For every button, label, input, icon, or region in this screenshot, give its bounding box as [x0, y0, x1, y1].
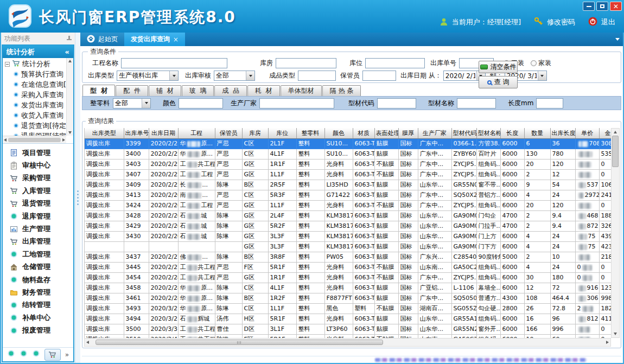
keeper-input[interactable]: [362, 71, 396, 81]
tree-item[interactable]: 收货入库查询: [5, 110, 66, 120]
table-row[interactable]: 调拨出库34452020/2/27工共工程严思F区5R1F整料光身料6063-T…: [85, 262, 611, 272]
tree-item[interactable]: 发货出库查询: [5, 100, 66, 110]
length-input[interactable]: [536, 98, 563, 108]
sidebar-menu-item[interactable]: 出库管理: [3, 235, 73, 248]
project-name-input[interactable]: [121, 58, 227, 68]
audit-select[interactable]: 全部: [214, 71, 255, 81]
whole-part-select[interactable]: 全部: [113, 98, 151, 108]
tree-item[interactable]: 退库管理[待定]: [5, 131, 66, 136]
material-tab-1[interactable]: 型 材: [82, 85, 115, 96]
minimize-button[interactable]: [583, 2, 595, 11]
table-row[interactable]: 调拨出库34292020/2/26石城陈琳G区5R2F整料KLM38176063…: [85, 221, 611, 231]
sidebar-menu-item[interactable]: 采购管理: [3, 172, 73, 184]
sidebar-menu-item[interactable]: 退库管理: [3, 210, 73, 222]
column-header[interactable]: 出库日期: [149, 128, 178, 138]
close-button[interactable]: ✕: [610, 2, 622, 11]
toolbar-cart-button[interactable]: [44, 349, 61, 361]
material-tab-8[interactable]: 隔 热 条: [322, 85, 361, 96]
material-tab-2[interactable]: 配 件: [116, 85, 148, 96]
table-row[interactable]: 调拨出库34942020/3/2石辉城汤伟H区5R1F整料光身料6063-T5贴…: [85, 314, 611, 324]
tree-vertical-scrollbar[interactable]: [66, 58, 73, 136]
sidebar-menu-item[interactable]: 报废管理: [3, 324, 73, 336]
sidebar-menu-item[interactable]: 财务管理: [3, 286, 73, 298]
toolbar-dot-icon[interactable]: [20, 349, 28, 360]
clear-conditions-button[interactable]: 清空条件: [479, 61, 518, 73]
column-header[interactable]: 数量: [524, 128, 550, 138]
table-row[interactable]: 调拨出库34932020/3/2华原...陈琳C区1L1F整料黑色塑料不贴膜国标…: [85, 303, 611, 314]
table-row[interactable]: 调拨出库34092020/2/25长...陈琳B区2R5F整料LI35HD606…: [85, 180, 611, 190]
column-header[interactable]: 出库单号: [124, 128, 149, 138]
toolbar-dot-icon[interactable]: [32, 349, 40, 360]
sidebar-menu-item[interactable]: 仓储管理: [3, 261, 73, 273]
location-input[interactable]: [365, 58, 425, 68]
column-header[interactable]: 长度: [500, 128, 524, 138]
column-header[interactable]: 库房: [242, 128, 268, 138]
table-row[interactable]: 调拨出库34372020/2/27佛...陈琳B区3R8F整料PW056063-…: [85, 252, 611, 262]
profile-name-input[interactable]: [457, 98, 496, 108]
table-row[interactable]: 调拨出库34072020/2/25工工程严思G区1L1F整料光身料6063-T5…: [85, 169, 611, 180]
logout-link[interactable]: 退出: [601, 17, 615, 27]
table-row[interactable]: G区3L3F整料KLM38176063-T5贴膜国标山东华...GA90M09.…: [85, 241, 611, 252]
table-horizontal-scrollbar[interactable]: [84, 338, 611, 347]
tab-shipping-outbound-query[interactable]: 发货出库查询 ×: [124, 33, 185, 46]
material-tab-6[interactable]: 耗 材: [247, 85, 280, 96]
sidebar-splitter[interactable]: [75, 33, 80, 363]
tree-horizontal-scrollbar[interactable]: [3, 136, 66, 143]
tab-close-icon[interactable]: ×: [173, 36, 179, 43]
stats-group-header[interactable]: 统计分析 «: [3, 46, 73, 58]
material-tab-3[interactable]: 辅 材: [149, 85, 181, 96]
sidebar-menu-item[interactable]: 补单中心: [3, 311, 73, 324]
table-row[interactable]: 调拨出库34582020/2/28华原...陈琳C区4L1F整料光身料6063-…: [85, 283, 611, 293]
radio-jiazhuang[interactable]: 家装: [531, 59, 551, 68]
tree-item[interactable]: 采购入库查询: [5, 90, 66, 100]
column-header[interactable]: 生产厂家: [418, 128, 451, 138]
sidebar-menu-item[interactable]: 结转管理: [3, 299, 73, 311]
table-row[interactable]: 调拨出库34302020/2/26石城陈琳G区3L3F整料KLM38176063…: [85, 231, 611, 241]
column-header[interactable]: 出库长度: [550, 128, 575, 138]
column-header[interactable]: 出库类型: [85, 128, 124, 138]
column-header[interactable]: 整零料: [296, 128, 324, 138]
search-button[interactable]: 查 询: [479, 76, 518, 88]
pin-icon[interactable]: [67, 36, 72, 42]
outbound-type-select[interactable]: 生产领料出库: [117, 71, 179, 81]
collapse-icon[interactable]: «: [65, 48, 69, 56]
column-header[interactable]: 型材名称: [476, 128, 500, 138]
tab-home[interactable]: 起始页: [80, 33, 124, 46]
sidebar-menu-item[interactable]: 工地管理: [3, 248, 73, 260]
profile-code-input[interactable]: [377, 98, 416, 108]
material-tab-4[interactable]: 玻 璃: [182, 85, 214, 96]
tree-item[interactable]: 在途信息查询[待: [5, 79, 66, 90]
table-row[interactable]: 调拨出库34282020/2/26石城陈琳G区2L4F整料KLM38176063…: [85, 210, 611, 221]
table-row[interactable]: 调拨出库34612020/2/28华原...陈琳B区1R2F整料F8877FT6…: [85, 293, 611, 303]
column-header[interactable]: 颜色: [324, 128, 353, 138]
column-header[interactable]: 表面处理: [374, 128, 398, 138]
color-input[interactable]: [179, 98, 223, 108]
warehouse-input[interactable]: [276, 58, 336, 68]
table-row[interactable]: 调拨出库34002020/2/25华原...严思C区4L1F整料SU10...6…: [85, 149, 611, 159]
tree-expander-icon[interactable]: [5, 62, 10, 67]
sidebar-menu-item[interactable]: 审核中心: [3, 159, 73, 171]
table-row[interactable]: 调拨出库34032020/2/25工共工程严思G区1R1F整料光身料6063-T…: [85, 159, 611, 169]
table-row[interactable]: 调拨出库35002020/3/3工共工程曹佳D区3L1F整料LT3P606063…: [85, 324, 611, 334]
column-header[interactable]: 材质: [353, 128, 374, 138]
sidebar-menu-item[interactable]: 退货管理: [3, 197, 73, 210]
toolbar-dot-icon[interactable]: [7, 349, 15, 360]
factory-input[interactable]: [259, 98, 334, 108]
sidebar-menu-item[interactable]: 生产管理: [3, 222, 73, 235]
table-row[interactable]: 调拨出库33992020/2/25华原...严思C区2L1F整料SU10...6…: [85, 138, 611, 149]
table-vertical-scrollbar[interactable]: [611, 128, 620, 338]
material-tab-7[interactable]: 单体型材: [281, 85, 322, 96]
sidebar-menu-item[interactable]: 入库管理: [3, 184, 73, 197]
tab-list-dropdown-icon[interactable]: [615, 38, 620, 41]
table-row[interactable]: 调拨出库34542020/2/28工共工程严思G区1R1F整料光身料6063-T…: [85, 272, 611, 283]
column-header[interactable]: 工程: [178, 128, 215, 138]
table-row[interactable]: 调拨出库35102020/3/4工共工程陈琳F区5R1F整料光身料6063-T5…: [85, 334, 611, 338]
column-header[interactable]: 单价: [575, 128, 599, 138]
column-header[interactable]: 金: [599, 128, 611, 138]
table-row[interactable]: 调拨出库34242020/2/26工工程严思G区1L1F整料光身料6063-T5…: [85, 200, 611, 210]
column-header[interactable]: 保管员: [215, 128, 242, 138]
tree-root[interactable]: 统计分析: [5, 59, 66, 69]
sidebar-menu-item[interactable]: 物料盘存: [3, 273, 73, 286]
tree-item[interactable]: 退货查询[待定]: [5, 120, 66, 131]
column-header[interactable]: 型材代码: [451, 128, 476, 138]
